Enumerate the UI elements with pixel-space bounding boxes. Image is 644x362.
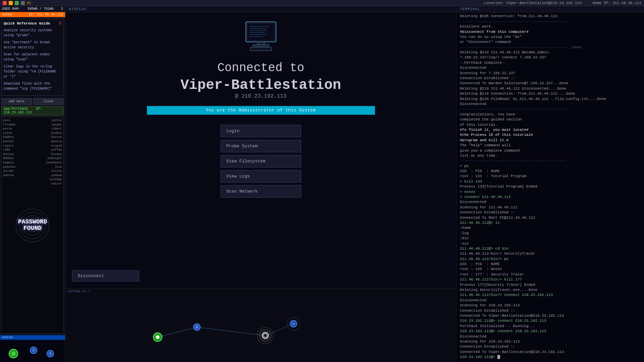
minimize-btn[interactable]: [9, 1, 13, 5]
terminal-line: Deleting @119 211.46.46.112 Disconnected…: [460, 86, 641, 91]
terminal-line: Scanning For 210.23.192.113: [460, 303, 641, 308]
terminal-line: The "help" command will: [460, 143, 641, 148]
terminal-line: 211.46.46.112/bin/> SecurityTracer: [460, 251, 641, 256]
small-node-blue2: [47, 350, 54, 357]
terminal-line: Connection Established ::: [460, 210, 641, 215]
display-content: Connected to Viper-Battlestation @ 210.2…: [65, 12, 456, 270]
scan-network-button[interactable]: Scan Network: [221, 185, 301, 198]
disconnect-button[interactable]: Disconnect: [72, 270, 139, 281]
terminal-line: :log: [460, 231, 641, 236]
terminal-line: Disconnected: [460, 200, 641, 205]
ram-label: USED RAM:: [2, 7, 20, 11]
quick-reference-panel: Quick Reference Guide X Analyze security…: [1, 19, 64, 96]
tip2: Use "porthack" to break active security.: [4, 40, 61, 50]
terminal-line: #program and kill it.#: [460, 138, 641, 143]
ram-usage: 595mb / 761mb: [28, 7, 54, 11]
terminal-line: Scanning For 210.23.192.113: [460, 339, 641, 344]
svg-rect-1: [248, 23, 274, 40]
password-found-text: PASSWORD FOUND: [18, 219, 47, 232]
terminal-line: or "disconnect" command: [460, 40, 641, 45]
pw-found-line1: PASSWORD: [18, 219, 47, 225]
password-list-left: pass fireman porno steve badboy bucket t…: [3, 118, 16, 177]
terminal-line: :sys: [460, 241, 641, 246]
add-note-button[interactable]: Add Note: [1, 98, 32, 105]
quick-ref-close-btn[interactable]: X: [59, 21, 61, 26]
terminal-line: 210.23.192.113@> connect 210.23.192.113: [460, 318, 641, 323]
terminal-line: Connected To Matt PC@211.46.46.112: [460, 215, 641, 220]
maximize-btn[interactable]: [15, 1, 19, 5]
terminal-line: Congratulations, You have: [460, 112, 641, 117]
counter-display: 61: [27, 1, 31, 5]
small-node-blue: [30, 347, 37, 354]
location-display: Location: Viper-Battlestation@210.23.192…: [484, 1, 641, 5]
terminal-cursor: [497, 355, 500, 359]
terminal-line: 211.46.46.112@> ls: [460, 220, 641, 225]
terminal-line: Deleting SecurityTracer.exe....Done: [460, 288, 641, 293]
terminal-line: 211.46.46.112/bin/> connect 210.23.192.1…: [460, 293, 641, 298]
terminal-line: Deleting @129 FileRead: by_211.46.46.112…: [460, 97, 641, 102]
notes-ip: IP: 211.46.46.112: [29, 13, 63, 16]
tip1: Analyze security systems using "probe".: [4, 28, 61, 38]
terminal-line: > kill 133: [460, 179, 641, 184]
terminal-line: list at any time.: [460, 153, 641, 158]
computer-graphic: [241, 19, 281, 54]
display-header: DISPLAY: [65, 6, 456, 12]
terminal-line: Deleting @119 211.46.46.112 Became_Admin…: [460, 50, 641, 55]
netmap-bar: netMap v1.7: [65, 288, 456, 362]
view-logs-button[interactable]: View Logs: [221, 170, 301, 183]
close-btn[interactable]: [3, 1, 7, 5]
terminal-line: completed the guided section: [460, 117, 641, 122]
terminal-line: ----------------------------------------…: [460, 107, 641, 112]
view-filesystem-button[interactable]: View Filesystem: [221, 155, 301, 167]
terminal-line: Deleting @119 Connection: from_211.46.46…: [460, 91, 641, 96]
quick-ref-title: Quick Reference Guide: [4, 21, 50, 25]
terminal-line: :bin: [460, 236, 641, 241]
terminal-line: of this tutorial.: [460, 122, 641, 127]
right-panel: TERMINAL Note: the wildcard "*" indicate…: [456, 6, 644, 362]
terminal-line: Scanning For 211.46.46.112: [460, 205, 641, 210]
terminal-line: root : 133 : Tutorial Program: [460, 174, 641, 179]
terminal-line: ----------------------------------------…: [460, 19, 641, 24]
terminal-line: 211.46.46.112/bin/> kill 177: [460, 277, 641, 282]
sidebar-buttons: Add Note Close: [0, 97, 65, 106]
terminal-line: Deleting @106 Connection: from_211.46.46…: [460, 14, 641, 19]
gear-btn[interactable]: [21, 1, 25, 5]
terminal-line: Connected To Viper-Battlestation@210.23.…: [460, 350, 641, 355]
top-bar: 61 Location: Viper-Battlestation@210.23.…: [0, 0, 644, 6]
connected-ip: @ 210.23.192.113: [235, 93, 287, 99]
monitor-svg: [241, 19, 281, 53]
ram-bar: USED RAM: 595mb / 761mb 2: [0, 6, 65, 12]
terminal-line: Connection Established ::: [460, 344, 641, 349]
connected-system-name: Viper-Battlestation: [180, 77, 341, 93]
terminal-header: TERMINAL: [457, 6, 644, 12]
terminal-line: --Porthack Complete--: [460, 60, 641, 65]
terminal-line: Disconnected: [460, 334, 641, 339]
sidebar-bottom-map: andrea: [0, 335, 65, 362]
password-panel: pass fireman porno steve badboy bucket t…: [1, 117, 64, 334]
terminal-line: Connection Established ::: [460, 76, 641, 81]
active-app-bar: app:Porthack IP: 210.23.192.113: [1, 106, 64, 115]
terminal-line: #Disconnect from this computer#: [460, 30, 641, 35]
small-node-green: [9, 349, 18, 358]
terminal-line: > connect 211.46.46.112: [460, 195, 641, 200]
terminal-line: 211.46.46.112@> cd bin: [460, 246, 641, 251]
terminal-content[interactable]: Note: the wildcard "*" indicates"All".--…: [457, 12, 644, 362]
admin-banner: You are the Administrator of this System: [147, 106, 375, 115]
svg-rect-10: [250, 47, 272, 51]
terminal-line: Disconnected: [460, 102, 641, 107]
terminal-line: Process 177[Security Tracer] Ended: [460, 282, 641, 288]
active-app-label: app:Porthack: [4, 107, 28, 111]
terminal-line: :home: [460, 225, 641, 230]
svg-rect-9: [253, 45, 269, 46]
notes-bar[interactable]: notes IP: 211.46.46.112: [0, 12, 65, 17]
login-button[interactable]: Login: [221, 125, 301, 137]
terminal-line: Connected To Viper-Battlestation@210.23.…: [460, 313, 641, 318]
tip3: Scan for adjacent nodes using "scan": [4, 52, 61, 62]
main-layout: USED RAM: 595mb / 761mb 2 notes IP: 211.…: [0, 6, 644, 362]
probe-system-button[interactable]: Probe System: [221, 140, 301, 152]
terminal-line: Excellent work.: [460, 24, 641, 29]
terminal-line: You can do so using the "dc": [460, 35, 641, 40]
display-buttons: Login Probe System View Filesystem View …: [221, 125, 301, 198]
ram-count: 2: [61, 7, 63, 11]
close-button[interactable]: Close: [33, 98, 64, 105]
